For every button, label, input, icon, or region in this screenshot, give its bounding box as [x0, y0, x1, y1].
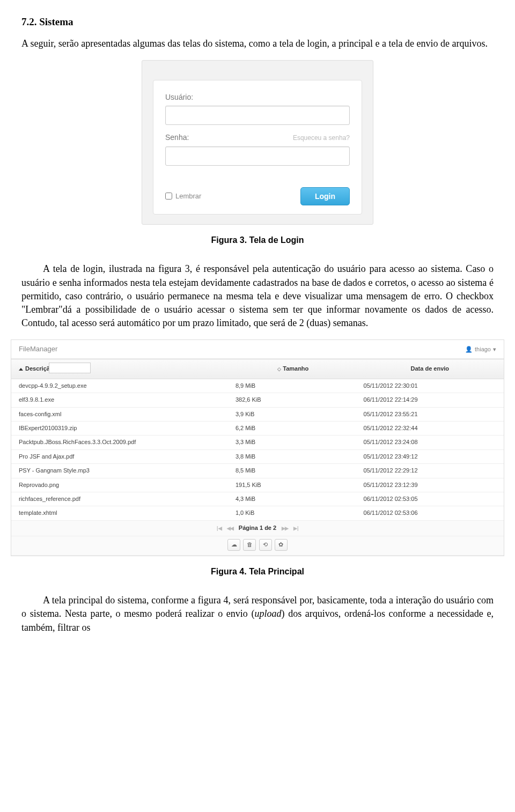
cell-size: 8,5 MiB: [228, 464, 356, 478]
username-display: thiago: [475, 345, 491, 353]
cell-size: 1,0 KiB: [228, 506, 356, 520]
filemanager-screenshot: FileManager 👤 thiago ▾ Descrição ◇ Taman…: [11, 339, 504, 556]
username-label: Usuário:: [165, 92, 193, 103]
password-input[interactable]: [165, 146, 350, 166]
table-row[interactable]: IBExpert20100319.zip6,2 MiB05/11/2012 22…: [11, 422, 504, 435]
cell-date: 05/11/2012 22:30:01: [356, 379, 504, 393]
settings-icon: ✿: [278, 541, 283, 549]
table-row[interactable]: richfaces_reference.pdf4,3 MiB06/11/2012…: [11, 492, 504, 506]
table-row[interactable]: elf3.9.8.1.exe382,6 KiB06/11/2012 22:14:…: [11, 393, 504, 407]
sort-icon: ◇: [277, 366, 281, 372]
page-indicator: Página 1 de 2: [239, 524, 276, 532]
forgot-password-link[interactable]: Esqueceu a senha?: [293, 134, 350, 143]
remember-label: Lembrar: [175, 191, 201, 201]
refresh-icon: ⟲: [263, 541, 268, 549]
table-row[interactable]: devcpp-4.9.9.2_setup.exe8,9 MiB05/11/201…: [11, 379, 504, 393]
cell-size: 3,3 MiB: [228, 435, 356, 449]
username-input[interactable]: [165, 106, 350, 125]
cell-size: 3,8 MiB: [228, 449, 356, 463]
cell-size: 382,6 KiB: [228, 393, 356, 407]
cell-description: Reprovado.png: [11, 478, 228, 492]
table-row[interactable]: Pro JSF and Ajax.pdf3,8 MiB05/11/2012 23…: [11, 449, 504, 463]
cell-date: 06/11/2012 22:14:29: [356, 393, 504, 407]
files-table: Descrição ◇ Tamanho Data de envio devcpp…: [11, 359, 504, 555]
delete-icon: 🗑: [247, 541, 253, 549]
pagination: ∣◀ ◀◀ Página 1 de 2 ▶▶ ▶∣: [216, 524, 299, 532]
column-header-date-label: Data de envio: [411, 365, 450, 372]
filter-input[interactable]: [49, 363, 91, 373]
column-header-description[interactable]: Descrição: [11, 359, 228, 379]
table-row[interactable]: Reprovado.png191,5 KiB05/11/2012 23:12:3…: [11, 478, 504, 492]
cell-description: elf3.9.8.1.exe: [11, 393, 228, 407]
cell-date: 05/11/2012 22:32:44: [356, 422, 504, 435]
cell-date: 05/11/2012 23:24:08: [356, 435, 504, 449]
cell-date: 05/11/2012 23:12:39: [356, 478, 504, 492]
table-row[interactable]: PSY - Gangnam Style.mp38,5 MiB05/11/2012…: [11, 464, 504, 478]
cell-date: 05/11/2012 22:29:12: [356, 464, 504, 478]
cell-description: Pro JSF and Ajax.pdf: [11, 449, 228, 463]
upload-button[interactable]: ☁: [227, 539, 240, 551]
cell-size: 3,9 KiB: [228, 407, 356, 421]
cell-size: 191,5 KiB: [228, 478, 356, 492]
cell-date: 05/11/2012 23:49:12: [356, 449, 504, 463]
login-button[interactable]: Login: [300, 187, 350, 205]
cell-size: 4,3 MiB: [228, 492, 356, 506]
remember-checkbox[interactable]: Lembrar: [165, 191, 201, 201]
password-label: Senha:: [165, 132, 189, 143]
page-last-button[interactable]: ▶∣: [293, 525, 299, 532]
toolbar: ☁ 🗑 ⟲ ✿: [11, 536, 504, 555]
user-menu[interactable]: 👤 thiago ▾: [465, 345, 496, 353]
remember-checkbox-input[interactable]: [165, 193, 172, 200]
cell-size: 6,2 MiB: [228, 422, 356, 435]
cell-date: 06/11/2012 02:53:06: [356, 506, 504, 520]
refresh-button[interactable]: ⟲: [259, 539, 272, 551]
figure4-caption: Figura 4. Tela Principal: [21, 566, 494, 578]
app-title: FileManager: [19, 344, 57, 354]
figure3-caption: Figura 3. Tela de Login: [21, 234, 494, 246]
caret-down-icon: ▾: [493, 345, 496, 353]
page-next-button[interactable]: ▶▶: [282, 525, 288, 532]
cell-description: faces-config.xml: [11, 407, 228, 421]
section-heading: 7.2. Sistema: [21, 15, 494, 29]
login-description-paragraph: A tela de login, ilustrada na figura 3, …: [21, 262, 494, 330]
table-row[interactable]: Packtpub.JBoss.RichFaces.3.3.Oct.2009.pd…: [11, 435, 504, 449]
login-card: Usuário: Senha: Esqueceu a senha? Lembra…: [153, 80, 362, 215]
intro-paragraph: A seguir, serão apresentadas algumas das…: [21, 37, 494, 50]
table-row[interactable]: faces-config.xml3,9 KiB05/11/2012 23:55:…: [11, 407, 504, 421]
cell-description: PSY - Gangnam Style.mp3: [11, 464, 228, 478]
cell-date: 05/11/2012 23:55:21: [356, 407, 504, 421]
column-header-size[interactable]: ◇ Tamanho: [228, 359, 356, 379]
login-screenshot: Usuário: Senha: Esqueceu a senha? Lembra…: [142, 60, 373, 225]
page-prev-button[interactable]: ◀◀: [227, 525, 233, 532]
cell-description: richfaces_reference.pdf: [11, 492, 228, 506]
settings-button[interactable]: ✿: [275, 539, 288, 551]
cell-size: 8,9 MiB: [228, 379, 356, 393]
cell-description: devcpp-4.9.9.2_setup.exe: [11, 379, 228, 393]
sort-asc-icon: [19, 368, 23, 371]
page-first-button[interactable]: ∣◀: [216, 525, 222, 532]
cell-description: IBExpert20100319.zip: [11, 422, 228, 435]
principal-description-paragraph: A tela principal do sistema, conforme a …: [21, 594, 494, 634]
cell-description: Packtpub.JBoss.RichFaces.3.3.Oct.2009.pd…: [11, 435, 228, 449]
upload-icon: ☁: [231, 541, 237, 549]
column-header-size-label: Tamanho: [283, 365, 308, 372]
cell-date: 06/11/2012 02:53:05: [356, 492, 504, 506]
delete-button[interactable]: 🗑: [243, 539, 256, 551]
user-icon: 👤: [465, 345, 473, 353]
final-para-italic: upload: [254, 608, 281, 619]
column-header-date[interactable]: Data de envio: [356, 359, 504, 379]
cell-description: template.xhtml: [11, 506, 228, 520]
table-row[interactable]: template.xhtml1,0 KiB06/11/2012 02:53:06: [11, 506, 504, 520]
